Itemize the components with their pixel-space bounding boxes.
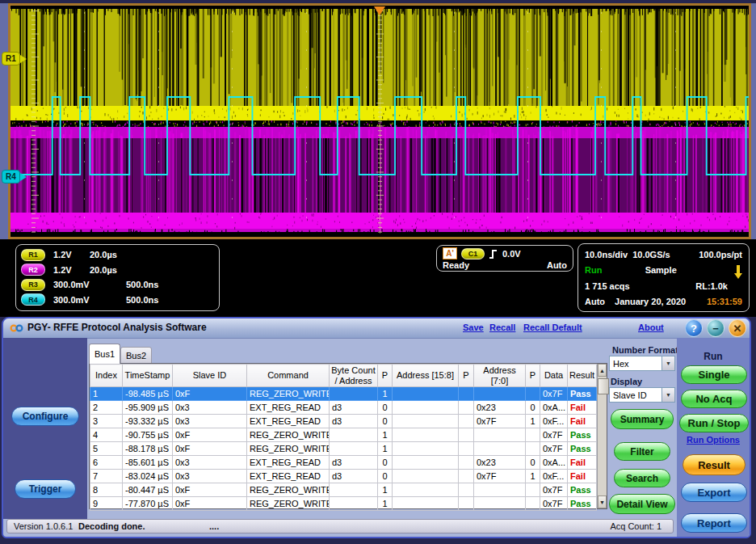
column-header[interactable]: Result: [568, 365, 597, 387]
table-cell[interactable]: 1: [90, 387, 123, 401]
table-cell[interactable]: [459, 442, 474, 456]
table-cell[interactable]: [330, 483, 378, 497]
table-cell[interactable]: 0xF: [173, 483, 247, 497]
about-link[interactable]: About: [638, 323, 664, 332]
table-cell[interactable]: 0x3: [173, 415, 247, 428]
table-cell[interactable]: [393, 497, 459, 511]
table-cell[interactable]: 0x7F: [474, 415, 526, 428]
column-header[interactable]: Index: [90, 365, 123, 387]
table-cell[interactable]: 2: [90, 401, 123, 415]
table-cell[interactable]: 0x7F: [540, 483, 568, 497]
display-dropdown[interactable]: Slave ID ▼: [609, 387, 675, 403]
table-cell[interactable]: [474, 428, 526, 442]
table-cell[interactable]: Pass: [568, 442, 597, 456]
table-row[interactable]: 8-80.447 µS0xFREG_ZERO_WRITE10x7FPass: [90, 483, 597, 497]
table-row[interactable]: 7-83.024 µS0x3EXT_REG_READd300x7F10xF...…: [90, 470, 597, 483]
filter-button[interactable]: Filter: [614, 442, 670, 461]
table-cell[interactable]: Pass: [568, 387, 597, 401]
table-cell[interactable]: REG_ZERO_WRITE: [247, 387, 330, 401]
table-cell[interactable]: Fail: [568, 415, 597, 428]
table-cell[interactable]: -95.909 µS: [123, 401, 173, 415]
table-cell[interactable]: [330, 428, 378, 442]
table-cell[interactable]: [474, 483, 526, 497]
table-cell[interactable]: 0xF: [173, 442, 247, 456]
table-cell[interactable]: [330, 387, 378, 401]
table-cell[interactable]: 0x7F: [540, 428, 568, 442]
minimize-icon[interactable]: −: [707, 319, 724, 337]
table-row[interactable]: 2-95.909 µS0x3EXT_REG_READd300x2300xA...…: [90, 401, 597, 415]
search-button[interactable]: Search: [614, 469, 670, 487]
table-cell[interactable]: 9: [90, 497, 123, 511]
table-cell[interactable]: 0x7F: [540, 387, 568, 401]
table-cell[interactable]: 1: [526, 415, 540, 428]
table-cell[interactable]: [393, 387, 459, 401]
column-header[interactable]: P: [526, 365, 540, 387]
table-cell[interactable]: 1: [378, 428, 393, 442]
table-cell[interactable]: 0: [526, 401, 540, 415]
scrollbar-track[interactable]: [598, 377, 607, 496]
table-cell[interactable]: 1: [378, 483, 393, 497]
table-cell[interactable]: [459, 497, 474, 511]
table-cell[interactable]: 0xF...: [540, 470, 568, 483]
table-cell[interactable]: 0x7F: [540, 497, 568, 511]
table-cell[interactable]: [393, 483, 459, 497]
table-cell[interactable]: Pass: [568, 497, 597, 511]
column-header[interactable]: Data: [540, 365, 568, 387]
run-options-link[interactable]: Run Options: [677, 435, 750, 445]
trigger-button[interactable]: Trigger: [15, 479, 76, 499]
table-cell[interactable]: 1: [526, 470, 540, 483]
table-cell[interactable]: 0xF...: [540, 415, 568, 428]
table-cell[interactable]: 1: [378, 497, 393, 511]
table-cell[interactable]: d3: [330, 401, 378, 415]
table-cell[interactable]: [330, 442, 378, 456]
table-cell[interactable]: d3: [330, 456, 378, 470]
table-cell[interactable]: 5: [90, 442, 123, 456]
table-cell[interactable]: 0xF: [173, 428, 247, 442]
table-cell[interactable]: [459, 401, 474, 415]
help-icon[interactable]: ?: [685, 319, 703, 337]
table-cell[interactable]: 4: [90, 428, 123, 442]
run-stop-button[interactable]: Run / Stop: [679, 414, 749, 432]
table-row[interactable]: 6-85.601 µS0x3EXT_REG_READd300x2300xA...…: [90, 456, 597, 470]
table-cell[interactable]: 0x23: [474, 456, 526, 470]
table-cell[interactable]: 1: [378, 442, 393, 456]
table-row[interactable]: 3-93.332 µS0x3EXT_REG_READd300x7F10xF...…: [90, 415, 597, 428]
export-button[interactable]: Export: [681, 483, 747, 502]
table-cell[interactable]: [393, 442, 459, 456]
table-cell[interactable]: REG_ZERO_WRITE: [247, 483, 330, 497]
table-cell[interactable]: 3: [90, 415, 123, 428]
chevron-down-icon[interactable]: ▼: [662, 388, 674, 402]
table-cell[interactable]: EXT_REG_READ: [247, 470, 330, 483]
result-button[interactable]: Result: [682, 454, 746, 475]
r1-waveform-marker[interactable]: R1: [2, 52, 27, 65]
tab-bus2[interactable]: Bus2: [120, 347, 152, 364]
table-cell[interactable]: 0: [378, 401, 393, 415]
table-cell[interactable]: [330, 497, 378, 511]
table-cell[interactable]: [459, 470, 474, 483]
table-cell[interactable]: REG_ZERO_WRITE: [247, 428, 330, 442]
table-cell[interactable]: [526, 428, 540, 442]
table-cell[interactable]: [526, 442, 540, 456]
table-cell[interactable]: [459, 456, 474, 470]
table-cell[interactable]: 8: [90, 483, 123, 497]
table-cell[interactable]: 0: [378, 456, 393, 470]
scroll-up-icon[interactable]: ▲: [598, 364, 607, 377]
column-header[interactable]: Slave ID: [173, 365, 247, 387]
table-cell[interactable]: [474, 387, 526, 401]
table-cell[interactable]: [526, 387, 540, 401]
table-cell[interactable]: -93.332 µS: [123, 415, 173, 428]
table-cell[interactable]: 0xF: [173, 497, 247, 511]
table-cell[interactable]: 0x23: [474, 401, 526, 415]
table-row[interactable]: 5-88.178 µS0xFREG_ZERO_WRITE10x7FPass: [90, 442, 597, 456]
table-cell[interactable]: [393, 470, 459, 483]
table-cell[interactable]: [526, 483, 540, 497]
column-header[interactable]: Byte Count / Address: [330, 365, 378, 387]
table-scrollbar[interactable]: ▲ ▼: [597, 364, 607, 508]
table-cell[interactable]: -83.024 µS: [123, 470, 173, 483]
table-cell[interactable]: EXT_REG_READ: [247, 456, 330, 470]
table-cell[interactable]: 7: [90, 470, 123, 483]
table-cell[interactable]: 6: [90, 456, 123, 470]
table-cell[interactable]: -90.755 µS: [123, 428, 173, 442]
summary-button[interactable]: Summary: [611, 409, 674, 429]
table-cell[interactable]: -85.601 µS: [123, 456, 173, 470]
